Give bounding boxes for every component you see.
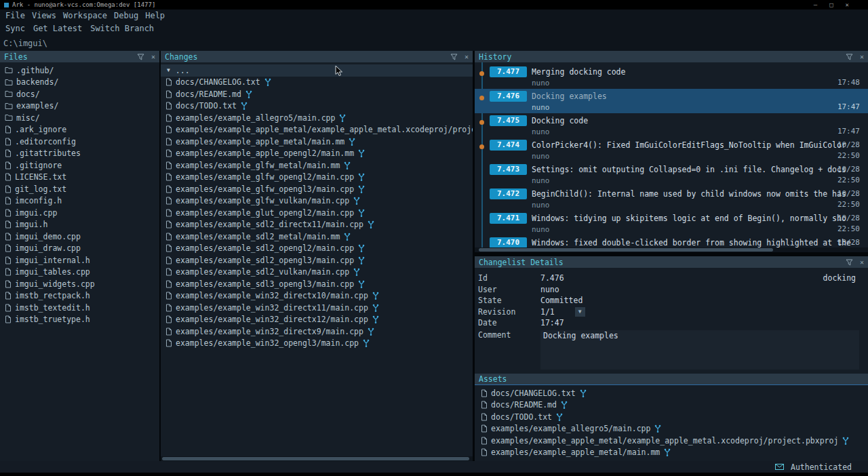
history-row[interactable]: 7.473 Settings: omit outputing Collapsed…	[475, 162, 868, 186]
changed-file-row[interactable]: examples/example_sdl2_vulkan/main.cpp	[161, 266, 473, 279]
file-tree-item[interactable]: imgui_internal.h	[0, 254, 159, 266]
file-tree-item[interactable]: imgui_draw.cpp	[0, 243, 159, 255]
close-button[interactable]: ✕	[846, 1, 849, 8]
file-tree-item[interactable]: imstb_truetype.h	[0, 314, 159, 326]
changed-file-row[interactable]: examples/example_glfw_vulkan/main.cpp	[161, 195, 473, 207]
filter-icon[interactable]	[846, 259, 853, 266]
menu-item[interactable]: Workspace	[63, 11, 107, 20]
changed-file-row[interactable]: examples/example_win32_directx12/main.cp…	[161, 314, 473, 326]
file-tree-item[interactable]: examples/	[0, 100, 159, 113]
changed-file-row[interactable]: examples/example_win32_directx9/main.cpp	[161, 325, 473, 338]
history-row[interactable]: 7.470 Windows: fixed double-clicked bord…	[475, 235, 868, 247]
history-row[interactable]: 7.476 Docking examples nuno 17:47	[475, 89, 868, 113]
history-row[interactable]: 7.474 ColorPicker4(): Fixed ImGuiColorEd…	[475, 138, 868, 162]
changed-file-row[interactable]: examples/example_sdl3_opengl3/main.cpp	[161, 278, 473, 290]
history-row[interactable]: 7.471 Windows: tidying up skipitems logi…	[475, 211, 868, 235]
expander-icon[interactable]: ▼	[167, 67, 170, 73]
changed-file-row[interactable]: examples/example_glfw_opengl3/main.cpp	[161, 183, 473, 195]
file-tree-item[interactable]: misc/	[0, 112, 159, 124]
file-tree-item[interactable]: .github/	[0, 64, 159, 77]
changed-file-row[interactable]: examples/example_sdl2_directx11/main.cpp	[161, 219, 473, 231]
panel-close-icon[interactable]: ✕	[860, 54, 864, 60]
history-row[interactable]: 7.475 Docking code nuno 17:47	[475, 113, 868, 138]
changes-panel-title: Changes	[165, 52, 197, 62]
file-tree-item[interactable]: imstb_rectpack.h	[0, 290, 159, 302]
toolbar-button[interactable]: Switch Branch	[90, 24, 154, 33]
panel-close-icon[interactable]: ✕	[860, 259, 864, 266]
changeset-author: nuno	[532, 151, 859, 162]
file-tree-item[interactable]: backends/	[0, 77, 159, 89]
file-tree-item[interactable]: LICENSE.txt	[0, 172, 159, 184]
file-tree-item[interactable]: imgui.cpp	[0, 207, 159, 219]
toolbar-button[interactable]: Get Latest	[33, 24, 82, 33]
maximize-button[interactable]: □	[829, 1, 833, 8]
asset-row[interactable]: docs/CHANGELOG.txt	[475, 387, 868, 399]
revision-dropdown[interactable]: ▼	[575, 307, 585, 317]
file-icon	[481, 437, 488, 445]
asset-row[interactable]: docs/TODO.txt	[475, 411, 868, 423]
changed-file-row[interactable]: examples/example_apple_metal/main.mm	[161, 136, 473, 148]
changed-file-row[interactable]: examples/example_win32_directx10/main.cp…	[161, 290, 473, 302]
file-tree-item[interactable]: imgui_tables.cpp	[0, 266, 159, 279]
filter-icon[interactable]	[846, 54, 853, 60]
scrollbar-thumb[interactable]	[162, 457, 469, 460]
menu-item[interactable]: Debug	[114, 11, 138, 20]
changed-file-row[interactable]: examples/example_glut_opengl2/main.cpp	[161, 207, 473, 219]
file-tree-item[interactable]: docs/	[0, 88, 159, 100]
filter-icon[interactable]	[137, 54, 144, 60]
history-row[interactable]: 7.472 BeginChild(): Internal name used b…	[475, 186, 868, 211]
changed-file-row[interactable]: examples/example_apple_opengl2/main.mm	[161, 148, 473, 160]
changed-file-row[interactable]: examples/example_win32_directx11/main.cp…	[161, 302, 473, 314]
changed-file-row[interactable]: docs/README.md	[161, 88, 473, 100]
menu-item[interactable]: File	[5, 11, 25, 20]
asset-row[interactable]: examples/example_allegro5/main.cpp	[475, 423, 868, 435]
file-icon	[165, 268, 172, 276]
changed-file-row[interactable]: docs/CHANGELOG.txt	[161, 77, 473, 89]
changed-file-row[interactable]: examples/example_sdl2_opengl2/main.cpp	[161, 243, 473, 255]
changed-file-row[interactable]: examples/example_apple_metal/example_app…	[161, 124, 473, 136]
file-tree-item[interactable]: imstb_textedit.h	[0, 302, 159, 314]
horizontal-scrollbar[interactable]	[161, 456, 473, 461]
changed-file-row[interactable]: examples/example_glfw_metal/main.mm	[161, 159, 473, 172]
changeset-comment: Windows: tidying up skipitems logic at e…	[532, 213, 859, 224]
horizontal-scrollbar[interactable]	[475, 247, 868, 252]
detail-label: Id	[478, 273, 540, 283]
file-tree-item[interactable]: imgui_widgets.cpp	[0, 278, 159, 290]
file-tree-item[interactable]: git_log.txt	[0, 183, 159, 195]
asset-row[interactable]: examples/example_apple_metal/example_app…	[475, 435, 868, 447]
filter-icon[interactable]	[450, 54, 458, 60]
scrollbar-thumb[interactable]	[479, 248, 773, 252]
file-tree-item[interactable]: .gitattributes	[0, 148, 159, 160]
file-tree-item[interactable]: imconfig.h	[0, 195, 159, 207]
file-icon	[481, 448, 488, 456]
toolbar-button[interactable]: Sync	[5, 24, 25, 33]
history-row[interactable]: 7.477 Merging docking code nuno 17:48	[475, 64, 868, 89]
changed-file-row[interactable]: examples/example_allegro5/main.cpp	[161, 112, 473, 124]
menu-item[interactable]: Views	[32, 11, 56, 20]
changed-file-row[interactable]: examples/example_sdl2_opengl3/main.cpp	[161, 254, 473, 266]
detail-row-revision: Revision 1/1 ▼	[478, 306, 868, 318]
menu-item[interactable]: Help	[145, 11, 165, 20]
changeset-comment: Settings: omit outputing Collapsed=0 in …	[532, 164, 859, 176]
changed-status-icon	[358, 173, 365, 181]
file-tree-item[interactable]: .ark_ignore	[0, 124, 159, 136]
minimize-button[interactable]: —	[814, 1, 817, 8]
history-body: 7.477 Merging docking code nuno 17:48 7.…	[475, 62, 868, 247]
file-tree-item[interactable]: .gitignore	[0, 159, 159, 172]
panel-close-icon[interactable]: ✕	[465, 54, 469, 60]
file-tree-item[interactable]: imgui_demo.cpp	[0, 231, 159, 243]
workspace-path: C:\imgui\	[3, 39, 47, 48]
file-icon	[5, 173, 12, 181]
changed-file-row[interactable]: examples/example_win32_opengl3/main.cpp	[161, 338, 473, 350]
changed-file-row[interactable]: examples/example_sdl2_metal/main.mm	[161, 231, 473, 243]
file-tree-item[interactable]: imgui.h	[0, 219, 159, 231]
asset-row[interactable]: examples/example_apple_metal/main.mm	[475, 447, 868, 459]
changed-file-row[interactable]: examples/example_glfw_opengl2/main.cpp	[161, 172, 473, 184]
file-tree-item[interactable]: .editorconfig	[0, 136, 159, 148]
asset-row[interactable]: docs/README.md	[475, 399, 868, 412]
changes-root-row[interactable]: ▼ ...	[161, 64, 473, 77]
changed-file-row[interactable]: docs/TODO.txt	[161, 100, 473, 113]
panel-close-icon[interactable]: ✕	[151, 54, 155, 60]
changed-status-icon	[654, 424, 661, 433]
changed-status-icon	[372, 292, 379, 300]
